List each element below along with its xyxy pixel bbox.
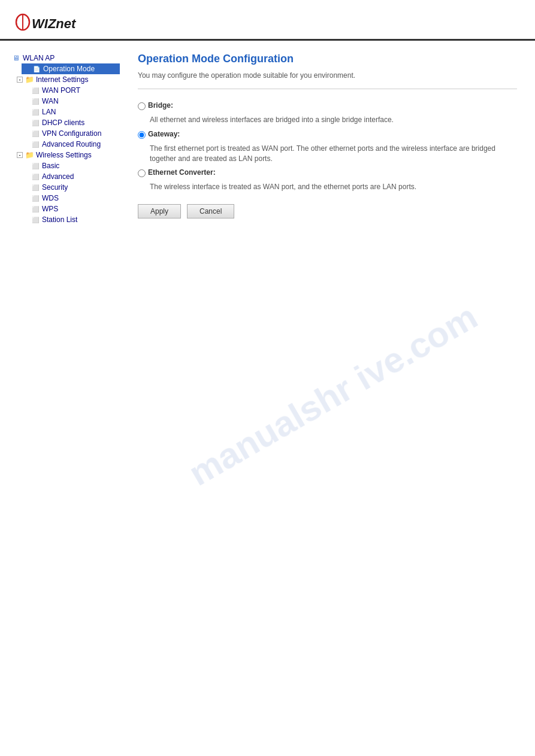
wiznet-logo: WIZnet <box>12 9 90 33</box>
radio-label-gateway[interactable]: Gateway: <box>148 130 180 138</box>
sidebar-label-vpn: VPN Configuration <box>42 129 101 138</box>
page-icon-lan: ⬜ <box>31 108 40 116</box>
watermark: manualshr ive.com <box>182 295 484 494</box>
page-icon-basic: ⬜ <box>31 162 40 170</box>
apply-button[interactable]: Apply <box>138 204 181 218</box>
sidebar-label-security: Security <box>42 183 68 192</box>
sidebar-label-internet-settings: Internet Settings <box>36 75 88 84</box>
button-row: Apply Cancel <box>138 204 517 218</box>
expand-icon-wireless[interactable]: - <box>17 152 23 158</box>
wireless-settings-group: - 📁 Wireless Settings ⬜ Basic ⬜ Advanced… <box>12 150 120 225</box>
radio-bridge[interactable] <box>138 102 146 110</box>
radio-desc-bridge: All ethernet and wireless interfaces are… <box>150 115 517 125</box>
folder-icon-internet: 📁 <box>25 75 34 84</box>
sidebar-item-advanced[interactable]: ⬜ Advanced <box>31 171 120 182</box>
internet-settings-group: - 📁 Internet Settings ⬜ WAN PORT ⬜ WAN ⬜… <box>12 74 120 150</box>
sidebar-label-advanced-routing: Advanced Routing <box>42 140 101 148</box>
sidebar-item-wds[interactable]: ⬜ WDS <box>31 193 120 204</box>
sidebar-label-advanced: Advanced <box>42 172 74 181</box>
page-icon-routing: ⬜ <box>31 140 40 148</box>
sidebar-item-advanced-routing[interactable]: ⬜ Advanced Routing <box>31 139 120 150</box>
main-content: 🖥 WLAN AP - 📄 Operation Mode - 📁 Interne… <box>0 41 535 237</box>
page-icon-wan: ⬜ <box>31 97 40 105</box>
header: WIZnet <box>0 0 535 41</box>
sidebar-item-label-wlan-ap: WLAN AP <box>23 54 55 62</box>
page-icon-wds: ⬜ <box>31 194 40 202</box>
page-icon-security: ⬜ <box>31 183 40 192</box>
radio-label-ethernet-converter[interactable]: Ethernet Converter: <box>148 168 216 177</box>
sidebar-label-lan: LAN <box>42 108 56 116</box>
svg-text:WIZnet: WIZnet <box>32 16 77 31</box>
radio-ethernet-converter[interactable] <box>138 169 146 177</box>
page-icon-vpn: ⬜ <box>31 129 40 138</box>
sidebar-label-wireless-settings: Wireless Settings <box>36 151 92 159</box>
sidebar: 🖥 WLAN AP - 📄 Operation Mode - 📁 Interne… <box>12 53 120 225</box>
sidebar-item-internet-settings[interactable]: - 📁 Internet Settings <box>17 74 120 85</box>
radio-option-ethernet-converter: Ethernet Converter: <box>138 168 517 177</box>
sidebar-label-dhcp: DHCP clients <box>42 119 84 127</box>
sidebar-label-wan-port: WAN PORT <box>42 86 80 95</box>
radio-option-bridge: Bridge: <box>138 101 517 110</box>
sidebar-label-station-list: Station List <box>42 215 77 224</box>
sidebar-item-vpn[interactable]: ⬜ VPN Configuration <box>31 128 120 139</box>
page-icon-wps: ⬜ <box>31 205 40 213</box>
sidebar-item-wps[interactable]: ⬜ WPS <box>31 204 120 214</box>
sidebar-label-basic: Basic <box>42 162 59 170</box>
sidebar-label-wds: WDS <box>42 194 59 202</box>
page-title: Operation Mode Configuration <box>138 53 517 65</box>
radio-section: Bridge: All ethernet and wireless interf… <box>138 101 517 192</box>
page-icon-dhcp: ⬜ <box>31 119 40 127</box>
radio-label-bridge[interactable]: Bridge: <box>148 101 173 110</box>
sidebar-item-wan-port[interactable]: ⬜ WAN PORT <box>31 85 120 96</box>
sidebar-item-wireless-settings[interactable]: - 📁 Wireless Settings <box>17 150 120 160</box>
page-icon-wan-port: ⬜ <box>31 86 40 95</box>
cancel-button[interactable]: Cancel <box>187 204 234 218</box>
page-icon-advanced: ⬜ <box>31 172 40 181</box>
sidebar-label-wan: WAN <box>42 97 59 105</box>
sidebar-label-operation-mode: Operation Mode <box>43 65 95 73</box>
page-icon-station-list: ⬜ <box>31 215 40 224</box>
divider <box>138 89 517 89</box>
sidebar-item-operation-mode[interactable]: - 📄 Operation Mode <box>22 63 120 74</box>
radio-desc-gateway: The first ethernet port is treated as WA… <box>150 144 517 164</box>
sidebar-item-station-list[interactable]: ⬜ Station List <box>31 214 120 225</box>
sidebar-item-dhcp[interactable]: ⬜ DHCP clients <box>31 117 120 128</box>
sidebar-item-lan[interactable]: ⬜ LAN <box>31 107 120 117</box>
folder-icon-wireless: 📁 <box>25 151 34 159</box>
sidebar-item-wan[interactable]: ⬜ WAN <box>31 96 120 107</box>
computer-icon: 🖥 <box>12 54 20 62</box>
sidebar-item-basic[interactable]: ⬜ Basic <box>31 160 120 171</box>
sidebar-item-security[interactable]: ⬜ Security <box>31 182 120 193</box>
content-area: Operation Mode Configuration You may con… <box>132 53 523 225</box>
radio-gateway[interactable] <box>138 131 146 139</box>
logo-container: WIZnet <box>12 9 523 33</box>
sidebar-item-wlan-ap[interactable]: 🖥 WLAN AP <box>12 53 120 63</box>
logo-svg: WIZnet <box>12 9 90 33</box>
expand-icon-internet[interactable]: - <box>17 77 23 83</box>
description: You may configure the operation mode sui… <box>138 71 517 80</box>
radio-desc-ethernet-converter: The wireless interface is treated as WAN… <box>150 182 517 192</box>
radio-option-gateway: Gateway: <box>138 130 517 139</box>
sidebar-label-wps: WPS <box>42 205 58 213</box>
page-icon-op: 📄 <box>32 65 41 73</box>
